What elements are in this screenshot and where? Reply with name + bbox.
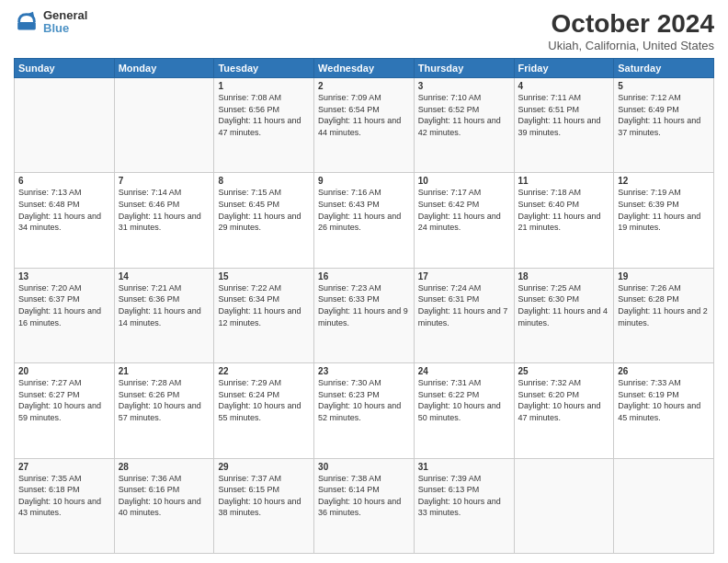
day-info: Sunrise: 7:28 AM Sunset: 6:26 PM Dayligh…: [119, 377, 210, 423]
day-info: Sunrise: 7:30 AM Sunset: 6:23 PM Dayligh…: [318, 377, 410, 423]
calendar-week-row: 20Sunrise: 7:27 AM Sunset: 6:27 PM Dayli…: [15, 363, 714, 458]
header: General Blue October 2024 Ukiah, Califor…: [14, 9, 714, 52]
day-info: Sunrise: 7:22 AM Sunset: 6:34 PM Dayligh…: [218, 282, 310, 328]
calendar-cell: 4Sunrise: 7:11 AM Sunset: 6:51 PM Daylig…: [514, 78, 614, 173]
calendar-cell: 22Sunrise: 7:29 AM Sunset: 6:24 PM Dayli…: [214, 363, 314, 458]
calendar-cell: 1Sunrise: 7:08 AM Sunset: 6:56 PM Daylig…: [214, 78, 314, 173]
month-title: October 2024: [548, 9, 714, 39]
day-info: Sunrise: 7:36 AM Sunset: 6:16 PM Dayligh…: [119, 473, 210, 519]
day-info: Sunrise: 7:27 AM Sunset: 6:27 PM Dayligh…: [18, 377, 110, 423]
day-number: 9: [318, 176, 410, 186]
day-number: 19: [618, 271, 710, 282]
day-number: 4: [518, 81, 610, 91]
day-info: Sunrise: 7:15 AM Sunset: 6:45 PM Dayligh…: [218, 187, 310, 233]
calendar-cell: [514, 458, 614, 553]
calendar-cell: 27Sunrise: 7:35 AM Sunset: 6:18 PM Dayli…: [15, 458, 115, 553]
calendar-cell: 5Sunrise: 7:12 AM Sunset: 6:49 PM Daylig…: [614, 78, 714, 173]
weekday-header: Sunday: [15, 59, 115, 78]
weekday-header: Monday: [114, 59, 214, 78]
day-number: 6: [18, 176, 110, 186]
day-number: 7: [119, 176, 210, 186]
calendar-cell: 13Sunrise: 7:20 AM Sunset: 6:37 PM Dayli…: [15, 268, 115, 362]
day-info: Sunrise: 7:14 AM Sunset: 6:46 PM Dayligh…: [119, 187, 210, 233]
calendar-header-row: SundayMondayTuesdayWednesdayThursdayFrid…: [15, 59, 714, 78]
day-info: Sunrise: 7:19 AM Sunset: 6:39 PM Dayligh…: [618, 187, 710, 233]
day-info: Sunrise: 7:29 AM Sunset: 6:24 PM Dayligh…: [218, 377, 310, 423]
calendar-cell: 3Sunrise: 7:10 AM Sunset: 6:52 PM Daylig…: [414, 78, 514, 173]
calendar-cell: 28Sunrise: 7:36 AM Sunset: 6:16 PM Dayli…: [114, 458, 214, 553]
calendar-cell: [15, 78, 115, 173]
day-number: 25: [518, 366, 610, 376]
calendar-cell: 29Sunrise: 7:37 AM Sunset: 6:15 PM Dayli…: [214, 458, 314, 553]
day-info: Sunrise: 7:12 AM Sunset: 6:49 PM Dayligh…: [618, 92, 710, 138]
day-number: 13: [18, 271, 110, 282]
day-info: Sunrise: 7:20 AM Sunset: 6:37 PM Dayligh…: [18, 282, 110, 328]
weekday-header: Tuesday: [214, 59, 314, 78]
logo: General Blue: [14, 9, 87, 36]
day-info: Sunrise: 7:25 AM Sunset: 6:30 PM Dayligh…: [518, 282, 610, 328]
day-number: 15: [218, 271, 310, 282]
day-info: Sunrise: 7:26 AM Sunset: 6:28 PM Dayligh…: [618, 282, 710, 328]
day-number: 29: [218, 462, 310, 472]
calendar-cell: 30Sunrise: 7:38 AM Sunset: 6:14 PM Dayli…: [314, 458, 415, 553]
calendar-cell: 7Sunrise: 7:14 AM Sunset: 6:46 PM Daylig…: [114, 173, 214, 268]
calendar-cell: 9Sunrise: 7:16 AM Sunset: 6:43 PM Daylig…: [314, 173, 415, 268]
day-number: 12: [618, 176, 710, 186]
calendar-cell: 24Sunrise: 7:31 AM Sunset: 6:22 PM Dayli…: [414, 363, 514, 458]
calendar-cell: 2Sunrise: 7:09 AM Sunset: 6:54 PM Daylig…: [314, 78, 415, 173]
day-number: 18: [518, 271, 610, 282]
day-info: Sunrise: 7:08 AM Sunset: 6:56 PM Dayligh…: [218, 92, 310, 138]
calendar-week-row: 13Sunrise: 7:20 AM Sunset: 6:37 PM Dayli…: [15, 268, 714, 362]
title-block: October 2024 Ukiah, California, United S…: [548, 9, 714, 52]
day-number: 28: [119, 462, 210, 472]
calendar-cell: 26Sunrise: 7:33 AM Sunset: 6:19 PM Dayli…: [614, 363, 714, 458]
day-info: Sunrise: 7:39 AM Sunset: 6:13 PM Dayligh…: [418, 473, 510, 519]
day-number: 22: [218, 366, 310, 376]
day-info: Sunrise: 7:21 AM Sunset: 6:36 PM Dayligh…: [119, 282, 210, 328]
calendar-cell: 23Sunrise: 7:30 AM Sunset: 6:23 PM Dayli…: [314, 363, 415, 458]
day-number: 21: [119, 366, 210, 376]
weekday-header: Friday: [514, 59, 614, 78]
day-number: 11: [518, 176, 610, 186]
day-info: Sunrise: 7:16 AM Sunset: 6:43 PM Dayligh…: [318, 187, 410, 233]
day-number: 2: [318, 81, 410, 91]
page: General Blue October 2024 Ukiah, Califor…: [0, 0, 728, 563]
day-info: Sunrise: 7:17 AM Sunset: 6:42 PM Dayligh…: [418, 187, 510, 233]
calendar-week-row: 27Sunrise: 7:35 AM Sunset: 6:18 PM Dayli…: [15, 458, 714, 553]
calendar-cell: 19Sunrise: 7:26 AM Sunset: 6:28 PM Dayli…: [614, 268, 714, 362]
calendar-cell: 12Sunrise: 7:19 AM Sunset: 6:39 PM Dayli…: [614, 173, 714, 268]
weekday-header: Thursday: [414, 59, 514, 78]
day-info: Sunrise: 7:13 AM Sunset: 6:48 PM Dayligh…: [18, 187, 110, 233]
day-info: Sunrise: 7:18 AM Sunset: 6:40 PM Dayligh…: [518, 187, 610, 233]
calendar-cell: 14Sunrise: 7:21 AM Sunset: 6:36 PM Dayli…: [114, 268, 214, 362]
day-number: 16: [318, 271, 410, 282]
location: Ukiah, California, United States: [548, 39, 714, 52]
calendar-cell: 10Sunrise: 7:17 AM Sunset: 6:42 PM Dayli…: [414, 173, 514, 268]
calendar-cell: [614, 458, 714, 553]
calendar-cell: 21Sunrise: 7:28 AM Sunset: 6:26 PM Dayli…: [114, 363, 214, 458]
calendar-cell: 17Sunrise: 7:24 AM Sunset: 6:31 PM Dayli…: [414, 268, 514, 362]
calendar-cell: 20Sunrise: 7:27 AM Sunset: 6:27 PM Dayli…: [15, 363, 115, 458]
day-info: Sunrise: 7:31 AM Sunset: 6:22 PM Dayligh…: [418, 377, 510, 423]
weekday-header: Saturday: [614, 59, 714, 78]
day-info: Sunrise: 7:32 AM Sunset: 6:20 PM Dayligh…: [518, 377, 610, 423]
calendar-week-row: 1Sunrise: 7:08 AM Sunset: 6:56 PM Daylig…: [15, 78, 714, 173]
day-number: 20: [18, 366, 110, 376]
day-info: Sunrise: 7:10 AM Sunset: 6:52 PM Dayligh…: [418, 92, 510, 138]
day-info: Sunrise: 7:11 AM Sunset: 6:51 PM Dayligh…: [518, 92, 610, 138]
day-info: Sunrise: 7:38 AM Sunset: 6:14 PM Dayligh…: [318, 473, 410, 519]
day-number: 5: [618, 81, 710, 91]
day-number: 30: [318, 462, 410, 472]
day-number: 14: [119, 271, 210, 282]
calendar-cell: 16Sunrise: 7:23 AM Sunset: 6:33 PM Dayli…: [314, 268, 415, 362]
day-number: 24: [418, 366, 510, 376]
day-info: Sunrise: 7:09 AM Sunset: 6:54 PM Dayligh…: [318, 92, 410, 138]
calendar-cell: 25Sunrise: 7:32 AM Sunset: 6:20 PM Dayli…: [514, 363, 614, 458]
day-number: 23: [318, 366, 410, 376]
day-number: 31: [418, 462, 510, 472]
weekday-header: Wednesday: [314, 59, 415, 78]
day-info: Sunrise: 7:35 AM Sunset: 6:18 PM Dayligh…: [18, 473, 110, 519]
calendar-cell: 6Sunrise: 7:13 AM Sunset: 6:48 PM Daylig…: [15, 173, 115, 268]
calendar-cell: [114, 78, 214, 173]
day-info: Sunrise: 7:23 AM Sunset: 6:33 PM Dayligh…: [318, 282, 410, 328]
